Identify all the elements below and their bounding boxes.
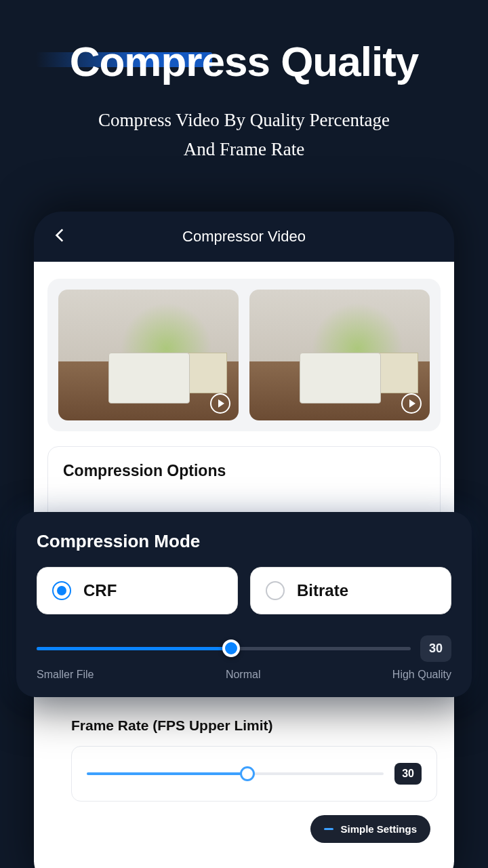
compression-mode-title: Compression Mode bbox=[37, 531, 451, 552]
fr-slider-fill bbox=[87, 772, 247, 775]
play-icon[interactable] bbox=[401, 393, 422, 414]
compression-options-title: Compression Options bbox=[63, 462, 425, 480]
simple-settings-button[interactable]: Simple Settings bbox=[310, 815, 430, 843]
mode-option-label: CRF bbox=[83, 581, 117, 600]
hero-title: Compress Quality bbox=[70, 37, 419, 85]
slider-knob-icon[interactable] bbox=[222, 639, 240, 657]
slider-labels: Smaller File Normal High Quality bbox=[37, 669, 451, 681]
fr-slider-knob-icon[interactable] bbox=[240, 766, 255, 781]
frame-rate-slider[interactable]: 30 bbox=[71, 746, 437, 802]
fr-value-badge: 30 bbox=[394, 763, 422, 785]
mode-option-crf[interactable]: CRF bbox=[37, 567, 238, 614]
slider-value-badge: 30 bbox=[420, 635, 451, 662]
app-header: Compressor Video bbox=[34, 212, 454, 262]
radio-unselected-icon bbox=[266, 581, 285, 600]
slider-track bbox=[37, 647, 411, 650]
slider-fill bbox=[37, 647, 231, 650]
hero-subtitle: Compress Video By Quality Percentage And… bbox=[27, 106, 461, 164]
frame-rate-section: Frame Rate (FPS Upper Limit) 30 bbox=[71, 717, 437, 802]
compression-mode-options: CRF Bitrate bbox=[37, 567, 451, 614]
app-title: Compressor Video bbox=[69, 228, 419, 245]
mode-option-label: Bitrate bbox=[297, 581, 348, 600]
video-thumbnail-compressed[interactable] bbox=[249, 290, 430, 420]
minus-icon bbox=[324, 828, 333, 830]
video-thumbnail-original[interactable] bbox=[58, 290, 239, 420]
slider-label-high: High Quality bbox=[392, 669, 451, 681]
slider-label-mid: Normal bbox=[226, 669, 261, 681]
frame-rate-title: Frame Rate (FPS Upper Limit) bbox=[71, 717, 437, 734]
quality-slider[interactable]: 30 bbox=[37, 639, 451, 658]
radio-selected-icon bbox=[52, 581, 71, 600]
video-preview-card bbox=[47, 279, 441, 431]
slider-label-low: Smaller File bbox=[37, 669, 94, 681]
fr-slider-track bbox=[87, 772, 384, 775]
compression-mode-card: Compression Mode CRF Bitrate 30 Smaller … bbox=[16, 512, 472, 697]
hero-section: Compress Quality Compress Video By Quali… bbox=[0, 0, 488, 191]
mode-option-bitrate[interactable]: Bitrate bbox=[250, 567, 451, 614]
back-arrow-icon[interactable] bbox=[52, 226, 69, 247]
play-icon[interactable] bbox=[210, 393, 230, 414]
simple-settings-label: Simple Settings bbox=[340, 823, 417, 835]
